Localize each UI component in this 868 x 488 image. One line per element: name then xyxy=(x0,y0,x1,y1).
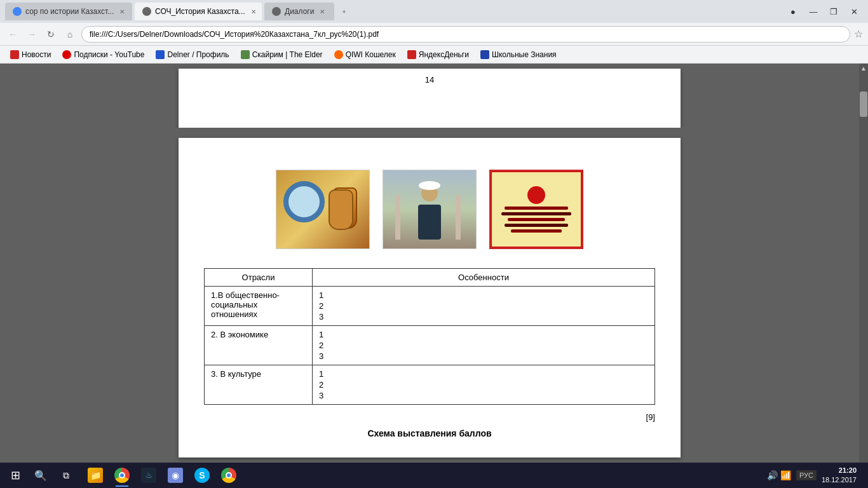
page-top-space xyxy=(204,90,655,115)
taskbar: ⊞ 🔍 ⧉ 📁 ♨ ◉ S xyxy=(0,463,868,488)
score-note-text: [9] xyxy=(646,412,655,422)
home-button[interactable]: ⌂ xyxy=(62,27,78,42)
language-indicator[interactable]: РУС xyxy=(796,470,817,480)
taskbar-steam[interactable]: ♨ xyxy=(136,464,161,487)
taskbar-chrome[interactable] xyxy=(109,464,135,487)
cell-num-0-1: 2 xyxy=(319,301,648,311)
scroll-up-button[interactable]: ▲ xyxy=(859,64,868,72)
bookmark-qiwi[interactable]: QIWI Кошелек xyxy=(329,49,401,60)
table-row: 1.В общественно-социальных отношениях 1 … xyxy=(205,287,655,326)
bookmark-qiwi-label: QIWI Кошелек xyxy=(346,50,396,59)
bookmark-school-icon xyxy=(480,50,489,59)
tab-close-2[interactable]: ✕ xyxy=(249,7,258,16)
address-bar: ← → ↻ ⌂ ☆ xyxy=(0,23,868,46)
tab-label-3: Диалоги xyxy=(285,7,314,16)
tab-favicon-1 xyxy=(13,7,22,16)
bookmark-school-label: Школьные Знания xyxy=(492,50,557,59)
search-button[interactable]: 🔍 xyxy=(29,464,52,487)
forward-button[interactable]: → xyxy=(24,27,39,42)
start-icon: ⊞ xyxy=(11,468,20,482)
network-icon: 🔊 xyxy=(767,470,778,480)
arabic-seal xyxy=(527,186,545,204)
bookmark-novosti[interactable]: Новости xyxy=(5,49,56,60)
images-row xyxy=(204,170,655,249)
tab-close-3[interactable]: ✕ xyxy=(318,7,327,16)
taskbar-apps: 📁 ♨ ◉ S xyxy=(83,464,241,487)
cell-num-2-0: 1 xyxy=(319,369,648,379)
bookmark-skyrim[interactable]: Скайрим | The Elder xyxy=(236,49,328,60)
score-note: [9] xyxy=(204,412,655,422)
tab-1[interactable]: сор по истории Казахст... ✕ xyxy=(5,3,132,20)
arabic-line-2 xyxy=(501,212,571,215)
bookmark-skyrim-label: Скайрим | The Elder xyxy=(252,50,323,59)
explorer-icon: 📁 xyxy=(88,468,103,483)
chrome-icon xyxy=(114,468,130,483)
minimize-button[interactable]: — xyxy=(804,3,822,20)
pdf-image-arabic xyxy=(489,170,583,249)
new-tab-button[interactable]: + xyxy=(339,7,348,16)
arabic-line-4 xyxy=(505,224,568,227)
close-icon: ✕ xyxy=(851,7,858,17)
bookmark-youtube[interactable]: Подписки - YouTube xyxy=(57,49,149,60)
tab-label-2: СОЧ_История Казахста... xyxy=(155,7,245,16)
pdf-image-pottery xyxy=(276,170,370,249)
scroll-thumb[interactable] xyxy=(860,92,867,117)
maximize-button[interactable]: ❐ xyxy=(825,3,843,20)
bookmark-star[interactable]: ☆ xyxy=(854,28,863,40)
bookmark-delner-icon xyxy=(156,50,165,59)
title-bar: сор по истории Казахст... ✕ СОЧ_История … xyxy=(0,0,868,23)
table-header-osobennosti: Особенности xyxy=(313,269,655,287)
arabic-line-5 xyxy=(511,229,562,233)
back-button[interactable]: ← xyxy=(5,27,20,42)
skype-icon: S xyxy=(194,468,210,483)
tab-3[interactable]: Диалоги ✕ xyxy=(264,3,334,20)
schema-title: Схема выставления баллов xyxy=(204,428,655,438)
tab-2[interactable]: СОЧ_История Казахста... ✕ xyxy=(135,3,262,20)
tray-icons: 🔊 📶 xyxy=(767,470,791,480)
system-clock[interactable]: 21:20 18.12.2017 xyxy=(822,466,857,485)
system-tray: 🔊 📶 РУС 21:20 18.12.2017 xyxy=(767,466,864,485)
cell-num-2-2: 3 xyxy=(319,391,648,400)
start-button[interactable]: ⊞ xyxy=(4,464,27,487)
profile-button[interactable]: ● xyxy=(784,3,802,20)
table-cell-label-1: 2. В экономике xyxy=(205,326,313,365)
table-cell-nums-0: 1 2 3 xyxy=(313,287,655,326)
taskbar-explorer[interactable]: 📁 xyxy=(83,464,108,487)
bookmark-school[interactable]: Школьные Знания xyxy=(475,49,562,60)
cell-numbers-2: 1 2 3 xyxy=(319,369,648,400)
bookmark-novosti-icon xyxy=(10,50,19,59)
taskbar-discord[interactable]: ◉ xyxy=(163,464,188,487)
task-view-button[interactable]: ⧉ xyxy=(55,464,78,487)
address-input[interactable] xyxy=(81,26,850,43)
bookmark-novosti-label: Новости xyxy=(22,50,51,59)
pdf-image-scholar xyxy=(383,170,477,249)
minimize-icon: — xyxy=(810,7,818,17)
arabic-line-1 xyxy=(505,207,568,210)
taskbar-chrome2[interactable] xyxy=(216,464,241,487)
task-view-icon: ⧉ xyxy=(63,470,69,481)
bookmark-delner[interactable]: Delner / Профиль xyxy=(151,49,234,60)
pdf-viewer[interactable]: 14 xyxy=(0,64,859,463)
volume-icon: 📶 xyxy=(780,470,791,480)
table-row: 3. В культуре 1 2 3 xyxy=(205,365,655,405)
tab-close-1[interactable]: ✕ xyxy=(118,7,126,16)
close-button[interactable]: ✕ xyxy=(845,3,863,20)
chrome2-icon xyxy=(221,468,236,483)
bookmark-youtube-icon xyxy=(62,50,71,59)
schema-title-text: Схема выставления баллов xyxy=(367,428,491,438)
bookmark-qiwi-icon xyxy=(334,50,343,59)
pdf-page-top: 14 xyxy=(179,69,681,128)
bookmark-yandex[interactable]: ЯндексДеньги xyxy=(402,49,474,60)
cell-num-0-2: 3 xyxy=(319,312,648,322)
table-cell-nums-1: 1 2 3 xyxy=(313,326,655,365)
table-cell-nums-2: 1 2 3 xyxy=(313,365,655,405)
search-icon: 🔍 xyxy=(34,470,47,482)
taskbar-skype[interactable]: S xyxy=(189,464,215,487)
refresh-button[interactable]: ↻ xyxy=(43,27,58,42)
page-gap xyxy=(0,128,859,133)
clock-time: 21:20 xyxy=(822,466,857,475)
tab-favicon-2 xyxy=(142,7,151,16)
language-text: РУС xyxy=(799,471,813,479)
discord-icon: ◉ xyxy=(168,468,183,483)
scrollbar[interactable]: ▲ xyxy=(859,64,868,463)
